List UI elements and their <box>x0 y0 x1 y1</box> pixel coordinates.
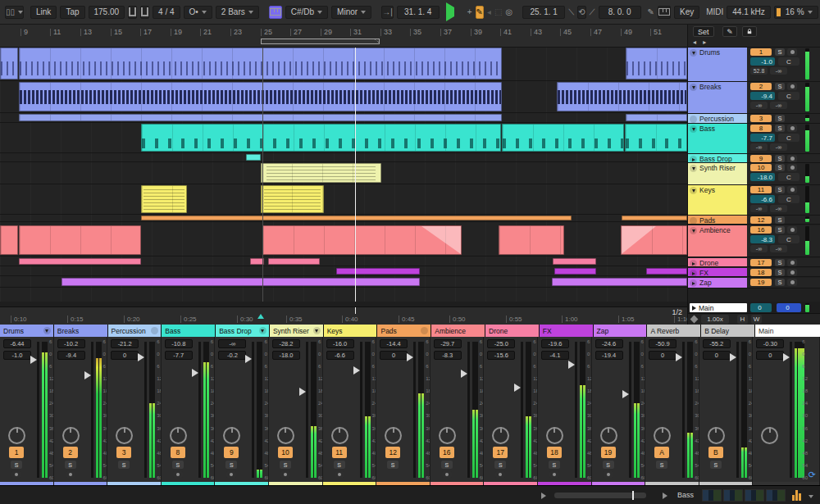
peak-level-field[interactable]: -16.0 <box>326 339 354 348</box>
arrangement-position-field[interactable]: 31. 1. 4 <box>397 6 440 19</box>
track-number-button[interactable]: 2 <box>63 447 78 458</box>
fold-icon[interactable] <box>690 227 697 234</box>
fader-track[interactable] <box>252 342 254 478</box>
arm-button[interactable] <box>549 471 559 478</box>
solo-button[interactable]: S <box>280 461 291 469</box>
device-thumbnail[interactable] <box>745 489 764 502</box>
solo-button[interactable]: S <box>775 269 785 276</box>
fader-value-field[interactable]: -4.1 <box>541 351 569 360</box>
view-caret-icon[interactable] <box>809 495 813 498</box>
scale-mode-button[interactable] <box>269 6 282 19</box>
arm-button[interactable] <box>442 471 452 478</box>
loop-brace[interactable] <box>261 39 380 44</box>
track-number-button[interactable]: A <box>654 447 669 458</box>
peak-level-field[interactable]: -25.0 <box>487 339 515 348</box>
fold-icon[interactable] <box>690 49 697 57</box>
send-b-field[interactable]: -∞ <box>770 67 787 75</box>
arm-button[interactable] <box>280 471 290 478</box>
clip-ambience[interactable] <box>262 225 462 255</box>
arm-button[interactable] <box>173 471 183 478</box>
metronome-icon[interactable] <box>140 6 149 19</box>
fader-value-field[interactable]: 0 <box>756 351 784 360</box>
track-number-button[interactable]: 3 <box>116 447 131 458</box>
add-marker-icon[interactable]: + <box>467 6 472 19</box>
peak-level-field[interactable]: -28.2 <box>272 339 300 348</box>
clip-scrub-slider[interactable] <box>554 493 646 498</box>
peak-level-field[interactable]: -10.2 <box>57 339 85 348</box>
fader-handle[interactable] <box>676 353 682 361</box>
solo-button[interactable]: S <box>775 48 785 56</box>
fold-icon[interactable] <box>421 327 428 334</box>
fader-track[interactable] <box>682 342 685 478</box>
arm-button[interactable] <box>66 471 75 478</box>
mixer-header-a-reverb[interactable]: A Reverb <box>647 325 700 337</box>
pan-field[interactable]: C <box>778 173 800 181</box>
clip-fx[interactable] <box>554 268 596 275</box>
fader-track[interactable] <box>575 342 577 478</box>
pan-knob[interactable] <box>385 427 402 444</box>
pan-knob[interactable] <box>331 427 348 444</box>
tempo-field[interactable]: 175.00 <box>89 6 125 19</box>
pan-knob[interactable] <box>546 427 563 444</box>
mixer-view-icon[interactable] <box>792 490 801 501</box>
punch-out-icon[interactable]: ⟋ <box>590 6 595 19</box>
solo-button[interactable]: S <box>494 461 506 469</box>
arm-button[interactable] <box>335 471 344 478</box>
bar-ruler[interactable]: 9111315171921232527293133353739414345474… <box>0 25 687 48</box>
track-header-keys[interactable]: Keys11S-6.6C-∞-∞ <box>688 185 820 216</box>
pan-knob[interactable] <box>277 427 294 444</box>
arm-button[interactable] <box>604 471 613 478</box>
arm-button[interactable] <box>226 471 236 478</box>
fader-value-field[interactable]: -6.6 <box>326 351 354 360</box>
main-fold-icon[interactable] <box>692 306 696 311</box>
track-number[interactable]: 18 <box>750 269 772 276</box>
solo-button[interactable]: S <box>172 461 184 469</box>
solo-button[interactable]: S <box>775 186 785 193</box>
clip-bass[interactable] <box>625 124 687 152</box>
pan-knob[interactable] <box>223 427 240 444</box>
arm-button[interactable] <box>787 259 797 266</box>
clip-pads[interactable] <box>141 216 572 220</box>
fader-value-field[interactable]: -18.0 <box>272 351 300 360</box>
mixer-header-b-delay[interactable]: B Delay <box>701 325 754 337</box>
track-number[interactable]: 9 <box>750 155 772 162</box>
fader-value-field[interactable]: 0 <box>649 351 676 360</box>
solo-button[interactable]: S <box>549 461 560 469</box>
fader-handle[interactable] <box>730 353 736 361</box>
volume-field[interactable]: -9.4 <box>750 92 775 100</box>
fold-icon[interactable] <box>690 116 697 123</box>
fader-value-field[interactable]: -1.0 <box>3 351 31 360</box>
fader-handle[interactable] <box>783 353 790 361</box>
solo-button[interactable]: S <box>775 115 785 122</box>
fader-handle[interactable] <box>245 355 252 363</box>
arrangement-lanes[interactable] <box>0 48 687 302</box>
fold-icon[interactable] <box>43 327 51 334</box>
solo-button[interactable]: S <box>118 461 130 469</box>
track-lane-drums[interactable] <box>0 48 687 81</box>
clip-pads[interactable] <box>622 216 687 220</box>
track-number[interactable]: 10 <box>750 164 772 171</box>
track-lane-bass[interactable] <box>0 124 687 153</box>
draw-automation-icon[interactable]: ✎ <box>722 26 737 37</box>
solo-button[interactable]: S <box>387 461 399 469</box>
mixer-header-zap[interactable]: Zap <box>594 325 647 337</box>
track-number-button[interactable]: 10 <box>278 447 293 458</box>
arm-button[interactable] <box>787 186 797 193</box>
mixer-header-synth-riser[interactable]: Synth Riser <box>270 325 323 337</box>
clip-drums[interactable] <box>626 48 687 79</box>
track-header-breaks[interactable]: Breaks2S-9.4C-∞-∞ <box>688 82 820 114</box>
control-surface-icon[interactable]: ▯▯ <box>5 6 24 19</box>
fader-handle[interactable] <box>138 353 144 361</box>
main-value-2[interactable]: 0 <box>777 303 801 312</box>
set-locator-button[interactable]: Set <box>693 26 714 37</box>
send-b-field[interactable]: -∞ <box>770 143 787 151</box>
track-number[interactable]: 3 <box>750 115 772 122</box>
fader-track[interactable] <box>629 342 631 478</box>
solo-button[interactable]: S <box>11 461 22 469</box>
playback-rate-field[interactable]: 1.00x <box>701 315 729 324</box>
pan-field[interactable]: C <box>778 57 800 66</box>
track-number[interactable]: 2 <box>750 83 772 90</box>
track-width-button[interactable]: W <box>751 315 762 324</box>
clip-drums[interactable] <box>0 48 18 79</box>
fader-value-field[interactable]: 0 <box>111 351 139 360</box>
